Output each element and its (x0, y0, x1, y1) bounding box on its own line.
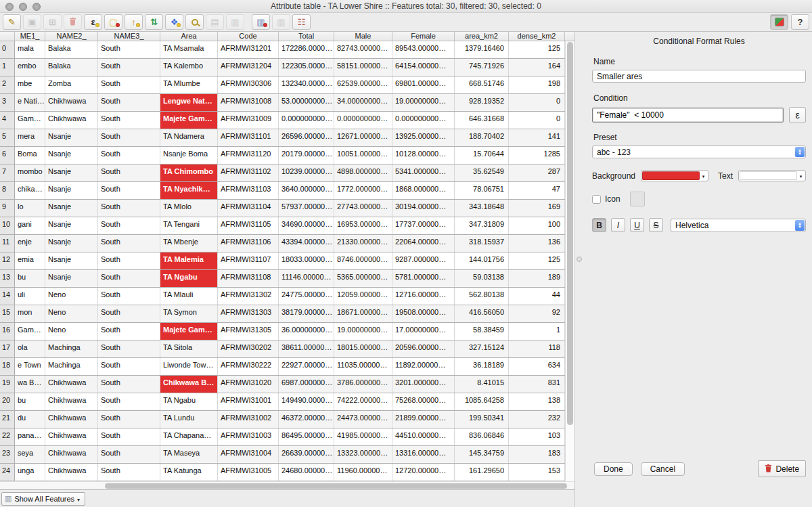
table-cell[interactable]: South (98, 358, 160, 375)
table-cell[interactable]: South (98, 59, 160, 76)
table-cell[interactable]: 318.15937 (455, 235, 509, 252)
table-cell[interactable]: South (98, 164, 160, 181)
table-cell[interactable]: AFRMWI31303 (218, 305, 279, 322)
table-cell[interactable]: 74222.00000… (334, 393, 392, 410)
table-cell[interactable]: Nsanje (45, 164, 98, 181)
table-cell[interactable]: 58151.00000… (334, 59, 392, 76)
table-cell[interactable]: 198 (509, 76, 565, 93)
table-cell[interactable]: 58.38459 (455, 323, 509, 340)
table-cell[interactable]: AFRMWI31008 (218, 94, 279, 111)
table-cell[interactable]: 232 (509, 411, 565, 428)
delete-column-button[interactable]: ▥ (252, 14, 270, 30)
table-cell[interactable]: gani (15, 217, 45, 234)
table-cell[interactable]: 5781.000000… (392, 270, 455, 287)
table-cell[interactable]: 24680.00000… (279, 464, 334, 481)
table-cell[interactable]: 5341.000000… (392, 164, 455, 181)
table-cell[interactable]: 21330.00000… (334, 235, 392, 252)
minimize-window-button[interactable] (19, 3, 27, 11)
table-cell[interactable]: 103 (509, 428, 565, 445)
table-cell[interactable]: TA Ngabu (160, 270, 218, 287)
table-cell[interactable]: TA Mlolo (160, 200, 218, 217)
row-number[interactable]: 2 (0, 76, 15, 93)
row-number[interactable]: 13 (0, 270, 15, 287)
table-cell[interactable]: 118 (509, 340, 565, 357)
table-cell[interactable]: 164 (509, 59, 565, 76)
table-cell[interactable]: 35.62549 (455, 164, 509, 181)
table-cell[interactable]: AFRMWI31003 (218, 428, 279, 445)
row-number[interactable]: 16 (0, 323, 15, 340)
table-cell[interactable]: e Town (15, 358, 45, 375)
table-cell[interactable]: 831 (509, 376, 565, 393)
table-cell[interactable]: mala (15, 41, 45, 58)
table-cell[interactable]: AFRMWI31201 (218, 41, 279, 58)
row-number[interactable]: 10 (0, 217, 15, 234)
column-header-area[interactable]: Area (160, 32, 218, 41)
table-cell[interactable]: 4898.000000… (334, 164, 392, 181)
table-cell[interactable]: TA Katunga (160, 464, 218, 481)
table-cell[interactable]: 836.06846 (455, 428, 509, 445)
table-cell[interactable]: mon (15, 305, 45, 322)
table-cell[interactable]: 172286.0000… (279, 41, 334, 58)
table-cell[interactable]: 12716.00000… (392, 288, 455, 305)
table-cell[interactable]: 30194.00000… (392, 200, 455, 217)
table-cell[interactable]: 125 (509, 252, 565, 269)
row-number[interactable]: 4 (0, 112, 15, 129)
table-cell[interactable]: 12059.00000… (334, 288, 392, 305)
table-cell[interactable]: 416.56050 (455, 305, 509, 322)
table-cell[interactable]: Chikhwawa (45, 411, 98, 428)
icon-preview-box[interactable] (630, 192, 645, 206)
table-cell[interactable]: Chikhwawa (45, 94, 98, 111)
font-dropdown[interactable]: Helvetica ▲▼ (671, 219, 806, 232)
expression-builder-button[interactable]: ε (789, 107, 806, 123)
column-header-me1-[interactable]: ME1_ (15, 32, 45, 41)
table-cell[interactable]: 46372.00000… (279, 411, 334, 428)
zoom-window-button[interactable] (32, 3, 41, 11)
table-cell[interactable]: 43394.00000… (279, 235, 334, 252)
row-number[interactable]: 23 (0, 446, 15, 463)
table-cell[interactable]: 287 (509, 164, 565, 181)
table-cell[interactable]: South (98, 129, 160, 146)
column-header-dense-km2[interactable]: dense_km2 (509, 32, 565, 41)
condition-input[interactable] (592, 108, 784, 123)
copy-selected-button[interactable]: ▤ (206, 14, 224, 30)
help-button[interactable]: ? (791, 14, 809, 30)
table-cell[interactable]: 19.00000000… (392, 94, 455, 111)
table-cell[interactable]: 668.51746 (455, 76, 509, 93)
table-cell[interactable]: 6987.000000… (279, 376, 334, 393)
reload-table-button[interactable]: ⊞ (43, 14, 62, 30)
table-cell[interactable]: AFRMWI31302 (218, 288, 279, 305)
table-cell[interactable]: wa B… (15, 376, 45, 393)
table-cell[interactable]: 36.18189 (455, 358, 509, 375)
delete-selected-button[interactable] (64, 14, 82, 30)
row-number[interactable]: 12 (0, 252, 15, 269)
row-number[interactable]: 6 (0, 147, 15, 164)
table-cell[interactable]: 189 (509, 270, 565, 287)
table-cell[interactable]: South (98, 428, 160, 445)
table-cell[interactable]: South (98, 41, 160, 58)
table-cell[interactable]: 11035.00000… (334, 358, 392, 375)
table-cell[interactable]: South (98, 235, 160, 252)
table-cell[interactable]: unga (15, 464, 45, 481)
conditional-formatting-button[interactable] (770, 14, 788, 30)
table-cell[interactable]: TA Symon (160, 305, 218, 322)
table-cell[interactable]: 86495.00000… (279, 428, 334, 445)
table-cell[interactable]: Chikhwawa (45, 464, 98, 481)
table-cell[interactable]: 20596.00000… (392, 340, 455, 357)
table-cell[interactable]: AFRMWI31204 (218, 59, 279, 76)
table-cell[interactable]: 18015.00000… (334, 340, 392, 357)
table-cell[interactable]: AFRMWI31002 (218, 411, 279, 428)
table-cell[interactable]: 18671.00000… (334, 305, 392, 322)
table-cell[interactable]: TA Mbenje (160, 235, 218, 252)
table-cell[interactable]: 44510.00000… (392, 428, 455, 445)
row-number[interactable]: 5 (0, 129, 15, 146)
table-cell[interactable]: 18033.00000… (279, 252, 334, 269)
table-cell[interactable]: 10051.00000… (334, 147, 392, 164)
table-cell[interactable]: 138 (509, 393, 565, 410)
new-column-button[interactable]: ▥ (272, 14, 290, 30)
table-cell[interactable]: 12671.00000… (334, 129, 392, 146)
table-cell[interactable]: 144.01756 (455, 252, 509, 269)
table-cell[interactable]: 3786.000000… (334, 376, 392, 393)
table-cell[interactable]: 17737.00000… (392, 217, 455, 234)
icon-checkbox[interactable] (592, 195, 601, 204)
table-cell[interactable]: 347.31809 (455, 217, 509, 234)
